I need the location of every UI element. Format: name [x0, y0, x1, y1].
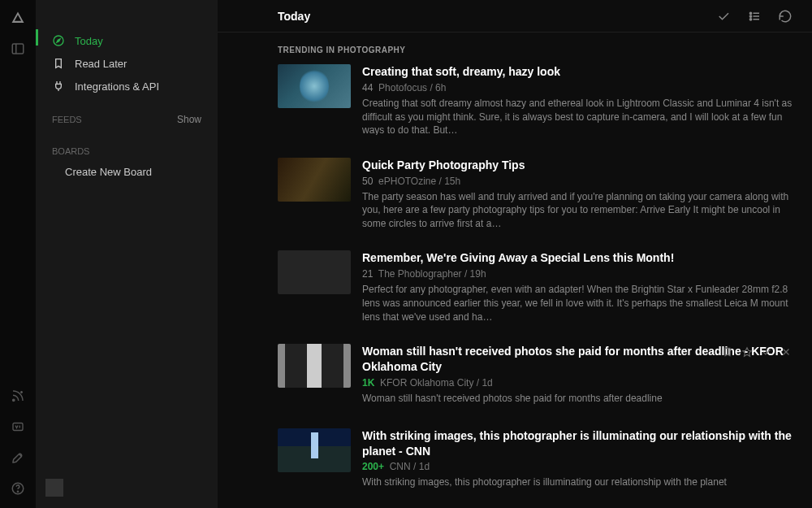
svg-marker-7 [57, 39, 60, 42]
article-meta: 21 The Phoblographer / 19h [362, 268, 793, 280]
article-meta: 44 Photofocus / 6h [362, 82, 793, 93]
svg-marker-14 [743, 348, 752, 357]
article-title[interactable]: Remember, We're Giving Away a Special Le… [362, 250, 793, 266]
article-body: Quick Party Photography Tips50 ePHOTOzin… [362, 158, 793, 228]
article-source: CNN / 1d [390, 461, 430, 472]
article-thumbnail[interactable] [278, 158, 351, 202]
article-actions [721, 345, 793, 358]
article: Remember, We're Giving Away a Special Le… [278, 250, 793, 321]
svg-point-12 [749, 18, 751, 20]
panel-icon[interactable] [10, 41, 26, 57]
feeds-show-link[interactable]: Show [177, 114, 201, 125]
article-excerpt: The party season has well and truly arri… [362, 190, 793, 228]
main-panel: Today TRENDING IN PHOTOGRAPHY Creating t… [218, 0, 812, 508]
star-icon[interactable] [741, 345, 754, 358]
article-list: Creating that soft, dreamy, hazy look44 … [278, 64, 793, 508]
article: Woman still hasn't received photos she p… [278, 344, 793, 406]
header-actions [716, 9, 793, 24]
check-icon[interactable] [760, 345, 773, 358]
create-board-link[interactable]: Create New Board [36, 161, 218, 183]
article-title[interactable]: Creating that soft, dreamy, hazy look [362, 64, 793, 80]
article-meta: 50 ePHOTOzine / 15h [362, 176, 793, 187]
boards-label: BOARDS [52, 146, 89, 156]
sidebar-item-today[interactable]: Today [36, 29, 218, 52]
help-icon[interactable] [10, 480, 26, 497]
app-logo-icon[interactable] [10, 10, 26, 26]
layout-icon[interactable] [747, 9, 762, 24]
engagement-count: 200+ [362, 461, 384, 472]
article-thumbnail[interactable] [278, 428, 351, 472]
boards-section-header: BOARDS [36, 130, 218, 161]
article-excerpt: Woman still hasn't received photos she p… [362, 392, 793, 406]
add-feed-icon[interactable] [10, 388, 26, 404]
article-thumbnail[interactable] [278, 64, 351, 108]
svg-point-5 [17, 491, 18, 492]
article-excerpt: Perfect for any photographer, even with … [362, 283, 793, 321]
compass-icon [52, 34, 65, 47]
article: Quick Party Photography Tips50 ePHOTOzin… [278, 158, 793, 228]
bookmark-icon [52, 57, 65, 70]
refresh-icon[interactable] [778, 9, 793, 24]
content-header: Today [218, 0, 812, 33]
engagement-count: 44 [362, 82, 373, 93]
trending-label: TRENDING IN PHOTOGRAPHY [278, 42, 793, 64]
page-title: Today [278, 10, 310, 23]
engagement-count: 21 [362, 268, 373, 280]
svg-point-10 [749, 15, 751, 16]
mark-read-icon[interactable] [716, 9, 731, 24]
active-indicator [36, 29, 38, 46]
svg-point-8 [749, 12, 751, 14]
save-icon[interactable] [721, 345, 734, 358]
sidebar-item-read-later[interactable]: Read Later [36, 52, 218, 75]
article-excerpt: With striking images, this photographer … [362, 475, 793, 489]
article-body: Creating that soft, dreamy, hazy look44 … [362, 64, 793, 135]
article-source: The Phoblographer / 19h [378, 268, 486, 280]
svg-rect-0 [12, 44, 24, 54]
article-body: With striking images, this photographer … [362, 428, 793, 490]
article-source: ePHOTOzine / 15h [378, 176, 460, 187]
svg-point-2 [13, 399, 15, 401]
sidebar: Today Read Later Integrations & API FEED… [36, 0, 218, 508]
rocket-icon[interactable] [10, 449, 26, 466]
article-source: KFOR Oklahoma City / 1d [380, 377, 493, 389]
article-source: Photofocus / 6h [378, 82, 446, 93]
engagement-count: 50 [362, 176, 373, 187]
article: With striking images, this photographer … [278, 428, 793, 490]
plug-icon [52, 80, 65, 93]
article-title[interactable]: With striking images, this photographer … [362, 428, 793, 459]
feeds-section-header: FEEDS Show [36, 98, 218, 130]
sidebar-item-label: Today [75, 35, 103, 47]
engagement-count: 1K [362, 377, 374, 389]
sidebar-item-label: Integrations & API [75, 80, 159, 93]
ai-icon[interactable] [10, 419, 26, 435]
article-thumbnail[interactable] [278, 344, 351, 388]
sidebar-item-label: Read Later [75, 58, 127, 70]
content: TRENDING IN PHOTOGRAPHY Creating that so… [218, 33, 812, 508]
article-meta: 1K KFOR Oklahoma City / 1d [362, 377, 793, 389]
article-excerpt: Creating that soft dreamy almost hazy an… [362, 97, 793, 135]
sidebar-item-integrations[interactable]: Integrations & API [36, 75, 218, 98]
feeds-label: FEEDS [52, 115, 82, 124]
article-thumbnail[interactable] [278, 250, 351, 294]
icon-rail [0, 0, 36, 508]
article-body: Remember, We're Giving Away a Special Le… [362, 250, 793, 321]
close-icon[interactable] [780, 345, 793, 358]
avatar[interactable] [45, 479, 63, 497]
article-title[interactable]: Quick Party Photography Tips [362, 158, 793, 173]
article: Creating that soft, dreamy, hazy look44 … [278, 64, 793, 135]
article-meta: 200+ CNN / 1d [362, 461, 793, 472]
